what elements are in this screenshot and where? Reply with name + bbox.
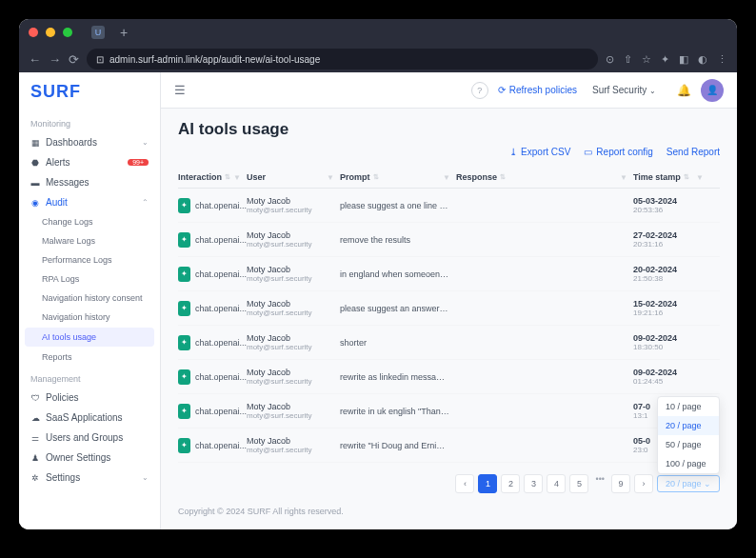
th-response[interactable]: Response [456, 172, 497, 182]
nav-alerts[interactable]: ⬣Alerts99+ [19, 152, 160, 172]
timestamp-time: 21:50:38 [633, 274, 709, 283]
message-icon: ▬ [30, 178, 40, 188]
send-report[interactable]: Send Report [666, 147, 720, 157]
nav-audit[interactable]: ◉Audit⌃ [19, 192, 160, 212]
footer: Copyright © 2024 SURF All rights reserve… [178, 493, 720, 520]
search-icon[interactable]: ⊙ [606, 53, 614, 66]
table-row[interactable]: ✦chat.openai...Moty Jacobmoty@surf.secur… [178, 326, 720, 360]
timestamp-date: 09-02-2024 [633, 333, 709, 343]
nav-audit-ai-tools-usage[interactable]: AI tools usage [25, 328, 154, 347]
window-close[interactable] [29, 28, 38, 37]
bell-icon[interactable]: 🔔 [677, 84, 691, 97]
page-size-option[interactable]: 20 / page [658, 416, 719, 435]
user-email: moty@surf.security [247, 309, 340, 317]
th-timestamp[interactable]: Time stamp [633, 172, 681, 182]
tab-icon[interactable]: U [91, 26, 105, 39]
nav-owner[interactable]: ♟Owner Settings [19, 448, 160, 468]
timestamp-date: 27-02-2024 [633, 230, 709, 240]
user-name: Moty Jacob [247, 299, 340, 309]
th-prompt[interactable]: Prompt [340, 172, 370, 182]
nav-audit-malware-logs[interactable]: Malware Logs [19, 231, 160, 250]
table-row[interactable]: ✦chat.openai...Moty Jacobmoty@surf.secur… [178, 223, 720, 257]
nav-policies[interactable]: 🛡Policies [19, 388, 160, 408]
page-9[interactable]: 9 [611, 474, 630, 493]
window-icon[interactable]: ◧ [679, 53, 688, 66]
back-button[interactable]: ← [29, 52, 41, 67]
filter-icon[interactable]: ▼ [620, 173, 627, 182]
interaction-text: chat.openai... [195, 338, 247, 348]
nav-settings[interactable]: ✲Settings⌄ [19, 468, 160, 488]
table: Interaction ⇅▼ User▼ Prompt ⇅▼ Response … [178, 167, 720, 463]
user-name: Moty Jacob [247, 196, 340, 206]
window-max[interactable] [63, 28, 72, 37]
user-email: moty@surf.security [247, 206, 340, 214]
table-row[interactable]: ✦chat.openai...Moty Jacobmoty@surf.secur… [178, 257, 720, 291]
filter-icon[interactable]: ▼ [327, 173, 334, 182]
avatar[interactable]: 👤 [701, 79, 724, 102]
th-interaction[interactable]: Interaction [178, 172, 222, 182]
interaction-text: chat.openai... [195, 235, 247, 245]
profile-icon[interactable]: ◐ [698, 53, 707, 66]
th-user[interactable]: User [247, 172, 266, 182]
window-min[interactable] [46, 28, 55, 37]
prompt-text: rewrite as linkedin message "prev... [340, 372, 449, 382]
page-size-option[interactable]: 50 / page [658, 435, 719, 454]
table-row[interactable]: ✦chat.openai...Moty Jacobmoty@surf.secur… [178, 189, 720, 223]
page-size-option[interactable]: 10 / page [658, 397, 719, 416]
help-icon[interactable]: ? [471, 82, 488, 99]
user-name: Moty Jacob [247, 402, 340, 411]
url-input[interactable]: ⊡ admin.surf-admin.link/app/audit-new/ai… [87, 49, 598, 70]
export-csv[interactable]: ⤓Export CSV [509, 147, 570, 157]
filter-icon[interactable]: ▼ [696, 173, 704, 182]
nav-audit-reports[interactable]: Reports [19, 348, 160, 367]
nav-messages[interactable]: ▬Messages [19, 172, 160, 192]
timestamp-time: 20:31:16 [633, 240, 709, 249]
nav-users[interactable]: ⚌Users and Groups [19, 428, 160, 448]
page-2[interactable]: 2 [501, 474, 520, 493]
bookmark-icon[interactable]: ☆ [642, 53, 651, 66]
table-row[interactable]: ✦chat.openai...Moty Jacobmoty@surf.secur… [178, 394, 720, 428]
filter-icon[interactable]: ▼ [233, 173, 241, 182]
menu-icon[interactable]: ⋮ [717, 53, 727, 66]
nav-audit-change-logs[interactable]: Change Logs [19, 212, 160, 231]
page-size-option[interactable]: 100 / page [658, 454, 719, 473]
page-prev[interactable]: ‹ [455, 474, 474, 493]
nav-audit-navigation-history[interactable]: Navigation history [19, 308, 160, 327]
table-row[interactable]: ✦chat.openai...Moty Jacobmoty@surf.secur… [178, 291, 720, 326]
page-title: AI tools usage [178, 120, 720, 139]
reload-button[interactable]: ⟳ [69, 52, 79, 67]
page-5[interactable]: 5 [569, 474, 588, 493]
timestamp-date: 09-02-2024 [633, 368, 709, 377]
prompt-text: in england when someoen call yo... [340, 269, 449, 279]
page-1[interactable]: 1 [478, 474, 497, 493]
page-4[interactable]: 4 [547, 474, 566, 493]
refresh-policies[interactable]: ⟳Refresh policies [498, 85, 577, 95]
page-size-dropdown: 10 / page20 / page50 / page100 / page [657, 396, 720, 474]
table-row[interactable]: ✦chat.openai...Moty Jacobmoty@surf.secur… [178, 428, 720, 463]
nav-audit-performance-logs[interactable]: Performance Logs [19, 250, 160, 269]
extensions-icon[interactable]: ✦ [661, 53, 669, 66]
person-icon: ♟ [30, 453, 40, 463]
forward-button[interactable]: → [49, 52, 61, 67]
pagination: ‹ 12345•••9 › 20 / page ⌄ [178, 474, 720, 493]
report-config[interactable]: ▭Report config [584, 147, 652, 157]
timestamp-time: 20:53:36 [633, 206, 709, 214]
page-next[interactable]: › [634, 474, 653, 493]
page-3[interactable]: 3 [524, 474, 543, 493]
table-row[interactable]: ✦chat.openai...Moty Jacobmoty@surf.secur… [178, 360, 720, 394]
filter-icon[interactable]: ▼ [443, 173, 450, 182]
hamburger-icon[interactable]: ☰ [174, 83, 186, 97]
new-tab[interactable]: + [120, 25, 128, 40]
user-name: Moty Jacob [247, 265, 340, 274]
nav-audit-navigation-history-consent[interactable]: Navigation history consent [19, 289, 160, 308]
nav-audit-rpa-logs[interactable]: RPA Logs [19, 269, 160, 289]
openai-icon: ✦ [178, 301, 190, 316]
user-email: moty@surf.security [247, 446, 340, 454]
nav-dashboards[interactable]: ▦Dashboards⌄ [19, 132, 160, 152]
nav-saas[interactable]: ☁SaaS Applications [19, 408, 160, 428]
page-size-select[interactable]: 20 / page ⌄ [657, 475, 720, 492]
openai-icon: ✦ [178, 335, 190, 350]
org-selector[interactable]: Surf Security ⌄ [587, 83, 667, 97]
url-text: admin.surf-admin.link/app/audit-new/ai-t… [109, 54, 320, 65]
share-icon[interactable]: ⇧ [624, 53, 632, 66]
